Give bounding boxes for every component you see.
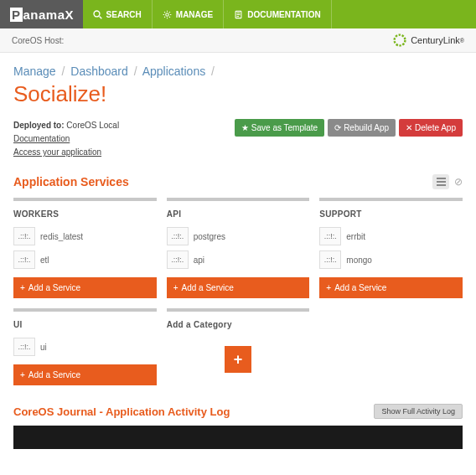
column-title: WORKERS [13, 209, 157, 219]
svg-point-0 [94, 11, 100, 17]
breadcrumb-item[interactable]: Manage [13, 65, 56, 78]
nav-label: DOCUMENTATION [247, 10, 320, 19]
service-item[interactable]: .::!:.api [167, 250, 310, 269]
service-item[interactable]: .::!:.redis_latest [13, 227, 157, 245]
svg-line-1 [99, 16, 101, 18]
svg-rect-8 [437, 178, 446, 179]
page-title: Socialize! [13, 81, 463, 107]
column-title: Add a Category [167, 320, 310, 329]
nav-search[interactable]: SEARCH [83, 0, 153, 28]
service-icon[interactable]: .::!:. [319, 250, 341, 269]
show-activity-log-button[interactable]: Show Full Activity Log [374, 404, 463, 419]
rebuild-button[interactable]: ⟳Rebuild App [328, 119, 396, 137]
service-icon[interactable]: .::!:. [13, 227, 35, 245]
grid-icon [437, 178, 446, 186]
doc-icon [234, 10, 243, 19]
breadcrumb-item[interactable]: Dashboard [70, 65, 128, 78]
column-workers: WORKERS .::!:.redis_latest .::!:.etl +Ad… [13, 198, 157, 298]
services-title: Application Services [13, 175, 129, 188]
link-icon[interactable]: ⊘ [454, 176, 463, 188]
column-support: SUPPORT .::!:.errbit .::!:.mongo +Add a … [319, 198, 463, 298]
service-icon[interactable]: .::!:. [13, 338, 35, 356]
service-item[interactable]: .::!:.mongo [319, 250, 463, 269]
svg-rect-9 [437, 181, 446, 183]
column-title: API [167, 209, 310, 219]
service-item[interactable]: .::!:.etl [13, 250, 157, 269]
service-item[interactable]: .::!:.postgres [167, 227, 310, 245]
search-icon [93, 10, 102, 19]
nav-docs[interactable]: DOCUMENTATION [224, 0, 331, 28]
svg-point-7 [395, 35, 406, 46]
doc-link[interactable]: Documentation [13, 132, 119, 146]
svg-point-2 [166, 13, 168, 15]
add-service-button[interactable]: +Add a Service [13, 364, 157, 385]
service-icon[interactable]: .::!:. [167, 250, 189, 269]
service-icon[interactable]: .::!:. [319, 227, 341, 245]
column-api: API .::!:.postgres .::!:.api +Add a Serv… [167, 198, 310, 298]
service-item[interactable]: .::!:.errbit [319, 227, 463, 245]
nav-label: SEARCH [106, 10, 142, 19]
service-icon[interactable]: .::!:. [167, 227, 189, 245]
service-icon[interactable]: .::!:. [13, 250, 35, 269]
plus-icon: + [173, 283, 178, 292]
star-icon: ★ [241, 123, 249, 132]
access-link[interactable]: Access your application [13, 146, 119, 159]
topbar: PanamaX SEARCH MANAGE DOCUMENTATION [0, 0, 476, 28]
action-buttons: ★Save as Template ⟳Rebuild App ✕Delete A… [235, 119, 463, 137]
journal-body [13, 426, 463, 449]
save-template-button[interactable]: ★Save as Template [235, 119, 324, 137]
breadcrumb: Manage / Dashboard / Applications / [13, 65, 463, 78]
column-add-category: Add a Category + [167, 308, 310, 385]
service-item[interactable]: .::!:.ui [13, 338, 157, 356]
column-title: UI [13, 320, 157, 329]
nav-manage[interactable]: MANAGE [153, 0, 224, 28]
journal-title: CoreOS Journal - Application Activity Lo… [13, 405, 230, 418]
gear-icon [163, 10, 172, 19]
subbar: CoreOS Host: CenturyLink® [0, 28, 476, 53]
close-icon: ✕ [406, 123, 412, 132]
meta-info: Deployed to: CoreOS Local Documentation … [13, 119, 119, 159]
centurylink-icon [393, 34, 406, 47]
plus-icon: + [326, 283, 331, 292]
add-service-button[interactable]: +Add a Service [167, 277, 310, 298]
add-service-button[interactable]: +Add a Service [319, 277, 463, 298]
plus-icon: + [20, 370, 25, 379]
nav-label: MANAGE [176, 10, 213, 19]
column-title: SUPPORT [319, 209, 463, 219]
add-service-button[interactable]: +Add a Service [13, 277, 157, 298]
refresh-icon: ⟳ [334, 123, 341, 132]
grid-view-button[interactable] [432, 174, 449, 189]
host-label: CoreOS Host: [12, 36, 64, 45]
plus-icon: + [234, 351, 243, 369]
centurylink-logo: CenturyLink® [393, 34, 464, 47]
breadcrumb-item[interactable]: Applications [142, 65, 206, 78]
delete-button[interactable]: ✕Delete App [399, 119, 463, 137]
svg-rect-10 [437, 184, 446, 186]
plus-icon: + [20, 283, 25, 292]
add-category-button[interactable]: + [225, 346, 251, 373]
logo: PanamaX [0, 0, 83, 28]
column-ui: UI .::!:.ui +Add a Service [13, 308, 157, 385]
